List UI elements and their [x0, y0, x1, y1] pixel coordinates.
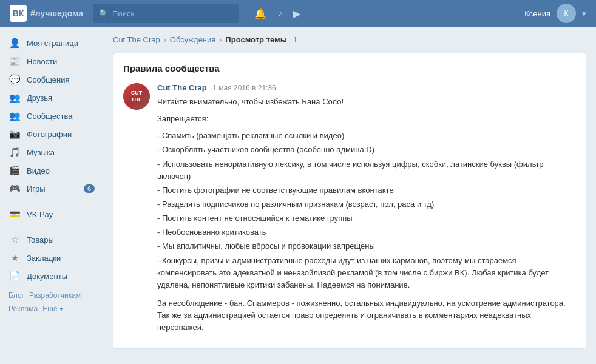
rule-item: - Спамить (размещать рекламные ссылки и …: [157, 130, 576, 142]
rule-item: - Конкурсы, призы и административные рас…: [157, 255, 576, 291]
my-page-icon: 👤: [8, 38, 21, 49]
sidebar-item-goods[interactable]: ☆ Товары: [0, 231, 103, 249]
sidebar-item-label: Закладки: [27, 254, 61, 263]
video-icon[interactable]: ▶: [293, 8, 300, 19]
sidebar-item-label: Сообщества: [27, 112, 73, 121]
search-icon: 🔍: [99, 9, 109, 18]
topbar-right: Ксения К ▾: [524, 4, 586, 23]
user-name[interactable]: Ксения: [524, 9, 550, 18]
sidebar-item-label: Сообщения: [27, 75, 70, 84]
post-footer-text: За несоблюдение - бан. Спаммеров - пожиз…: [157, 297, 576, 334]
games-icon: 🎮: [8, 183, 21, 194]
rule-item: - Постить фотографии не соответствующие …: [157, 184, 576, 197]
post-text: Читайте внимательно, чтобы избежать Бана…: [157, 96, 576, 334]
news-icon: 📰: [8, 56, 21, 67]
post-section1: Запрещается:: [157, 113, 576, 125]
search-input[interactable]: [112, 9, 232, 18]
vk-icon: ВК: [10, 5, 27, 22]
sidebar-item-label: Фотографии: [27, 130, 72, 139]
messages-icon: 💬: [8, 74, 21, 85]
content-area: Cut The Crap › Обсуждения › Просмотр тем…: [103, 27, 596, 364]
logo[interactable]: ВК #лучшедома: [10, 5, 83, 22]
sidebar-item-games[interactable]: 🎮 Игры 6: [0, 180, 103, 198]
vkpay-icon: 💳: [8, 209, 21, 220]
post: CUTTHE Cut The Crap 1 мая 2016 в 21:36 Ч…: [123, 83, 576, 339]
sidebar-item-label: Товары: [27, 235, 54, 244]
music-nav-icon: 🎵: [8, 147, 21, 158]
sidebar-item-docs[interactable]: 📄 Документы: [0, 267, 103, 285]
bookmarks-icon: ★: [8, 252, 21, 263]
post-author[interactable]: Cut The Crap: [157, 83, 207, 92]
sidebar-item-music[interactable]: 🎵 Музыка: [0, 143, 103, 161]
sidebar-item-bookmarks[interactable]: ★ Закладки: [0, 249, 103, 267]
sidebar-item-label: Видео: [27, 166, 50, 175]
post-avatar: CUTTHE: [123, 83, 150, 110]
rule-item: - Постить контент не относящийся к темат…: [157, 212, 576, 224]
sidebar-item-messages[interactable]: 💬 Сообщения: [0, 70, 103, 89]
rule-item: - Разделять подписчиков по различным при…: [157, 198, 576, 211]
music-icon[interactable]: ♪: [277, 8, 282, 19]
breadcrumb-sep1: ›: [164, 36, 166, 44]
sidebar-item-friends[interactable]: 👥 Друзья: [0, 89, 103, 107]
post-header: Cut The Crap 1 мая 2016 в 21:36: [157, 83, 576, 92]
hashtag-label: #лучшедома: [30, 8, 83, 18]
communities-icon: 👥: [8, 110, 21, 121]
breadcrumb-section-link[interactable]: Обсуждения: [170, 35, 216, 44]
footer-ads-link[interactable]: Реклама: [8, 305, 38, 313]
sidebar-divider2: [0, 223, 103, 231]
breadcrumb: Cut The Crap › Обсуждения › Просмотр тем…: [113, 35, 586, 44]
docs-icon: 📄: [8, 271, 21, 281]
rule-item: - Оскорблять участников сообщества (особ…: [157, 144, 576, 156]
sidebar-item-label: Моя страница: [27, 39, 78, 48]
sidebar-item-label: Документы: [27, 272, 67, 281]
search-box[interactable]: 🔍: [93, 4, 239, 23]
post-body: Cut The Crap 1 мая 2016 в 21:36 Читайте …: [157, 83, 576, 339]
sidebar-item-label: Друзья: [27, 93, 52, 103]
photos-icon: 📷: [8, 129, 21, 140]
sidebar: 👤 Моя страница 📰 Новости 💬 Сообщения 👥 Д…: [0, 27, 103, 364]
sidebar-item-label: Новости: [27, 57, 57, 66]
games-badge: 6: [84, 184, 95, 193]
sidebar-item-communities[interactable]: 👥 Сообщества: [0, 107, 103, 125]
topbar: ВК #лучшедома 🔍 🔔 ♪ ▶ Ксения К ▾: [0, 0, 596, 27]
breadcrumb-group-link[interactable]: Cut The Crap: [113, 35, 160, 44]
notifications-icon[interactable]: 🔔: [254, 8, 266, 19]
post-rules-list: - Спамить (размещать рекламные ссылки и …: [157, 130, 576, 291]
video-nav-icon: 🎬: [8, 165, 21, 176]
post-intro: Читайте внимательно, чтобы избежать Бана…: [157, 96, 576, 108]
sidebar-item-label: VK Pay: [27, 210, 53, 219]
post-avatar-image: CUTTHE: [123, 83, 150, 110]
main-layout: 👤 Моя страница 📰 Новости 💬 Сообщения 👥 Д…: [0, 27, 596, 364]
topic-title: Правила сообщества: [123, 63, 576, 73]
rule-item: - Необоснованно критиковать: [157, 226, 576, 238]
sidebar-item-video[interactable]: 🎬 Видео: [0, 161, 103, 180]
sidebar-item-news[interactable]: 📰 Новости: [0, 52, 103, 70]
breadcrumb-current: Просмотр темы: [225, 35, 286, 44]
sidebar-item-label: Музыка: [27, 148, 55, 157]
goods-icon: ☆: [8, 234, 21, 245]
sidebar-item-vkpay[interactable]: 💳 VK Pay: [0, 205, 103, 223]
friends-icon: 👥: [8, 92, 21, 103]
breadcrumb-sep2: ›: [219, 36, 222, 44]
breadcrumb-count: 1: [293, 35, 297, 44]
topbar-menu-arrow[interactable]: ▾: [582, 9, 586, 18]
footer-more-link[interactable]: Ещё ▾: [42, 305, 63, 313]
footer-dev-link[interactable]: Разработчикам: [29, 291, 81, 300]
topic-container: Правила сообщества CUTTHE Cut The Crap 1…: [113, 53, 586, 349]
footer-blog-link[interactable]: Блог: [8, 291, 24, 300]
rule-item: - Мы аполитичны, любые вбросы и провокац…: [157, 240, 576, 252]
sidebar-divider: [0, 198, 103, 205]
sidebar-item-label: Игры: [27, 184, 46, 194]
sidebar-item-my-page[interactable]: 👤 Моя страница: [0, 34, 103, 52]
rule-item: - Использовать ненормативную лексику, в …: [157, 158, 576, 183]
sidebar-item-photos[interactable]: 📷 Фотографии: [0, 125, 103, 143]
post-date: 1 мая 2016 в 21:36: [212, 84, 276, 92]
topbar-icons: 🔔 ♪ ▶: [254, 8, 300, 19]
avatar[interactable]: К: [557, 4, 576, 23]
sidebar-footer: Блог Разработчикам Реклама Ещё ▾: [0, 285, 103, 319]
